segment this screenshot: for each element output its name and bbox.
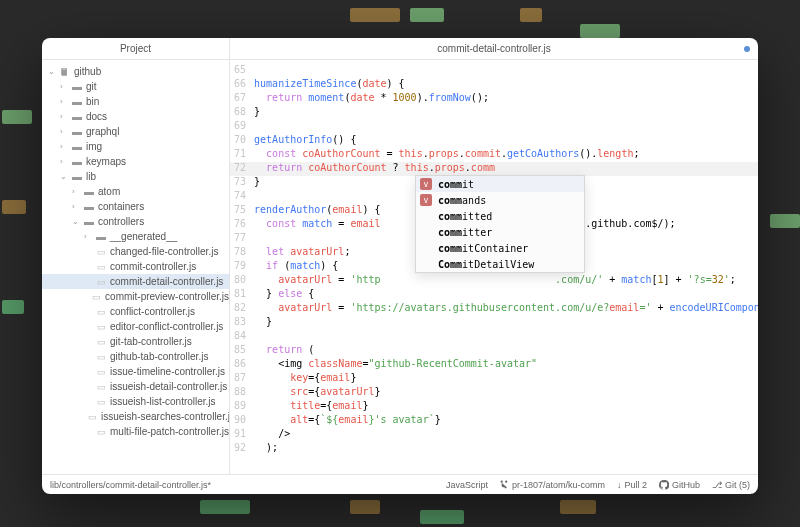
code-line[interactable]: avatarUrl = 'https://avatars.githubuserc… xyxy=(254,302,758,316)
status-github-label: GitHub xyxy=(672,480,700,490)
gutter-line-number: 77 xyxy=(234,232,246,246)
tree-folder-label: lib xyxy=(86,171,96,182)
tree-folder-generated[interactable]: › ▬ __generated__ xyxy=(42,229,229,244)
autocomplete-popup[interactable]: vcommitvcommandscommittedcommittercommit… xyxy=(415,175,585,273)
folder-icon: ▬ xyxy=(72,126,82,137)
folder-icon: ▬ xyxy=(72,141,82,152)
code-line[interactable]: const coAuthorCount = this.props.commit.… xyxy=(254,148,758,162)
tree-file[interactable]: ▭changed-file-controller.js xyxy=(42,244,229,259)
status-bar: lib/controllers/commit-detail-controller… xyxy=(42,474,758,494)
code-line[interactable]: } xyxy=(254,106,758,120)
autocomplete-label: commands xyxy=(438,195,486,206)
gutter: 6566676869707172737475767778798081828384… xyxy=(230,60,254,474)
autocomplete-badge-icon: v xyxy=(420,178,432,190)
tree-folder-label: graphql xyxy=(86,126,119,137)
status-pull-label: Pull 2 xyxy=(624,480,647,490)
file-icon: ▭ xyxy=(96,322,106,332)
autocomplete-item[interactable]: committer xyxy=(416,224,584,240)
gutter-line-number: 82 xyxy=(234,302,246,316)
tree-folder-controllers[interactable]: ⌄ ▬ controllers xyxy=(42,214,229,229)
gutter-line-number: 87 xyxy=(234,372,246,386)
autocomplete-item[interactable]: CommitDetailView xyxy=(416,256,584,272)
tree-folder-lib[interactable]: ⌄ ▬ lib xyxy=(42,169,229,184)
gutter-line-number: 79 xyxy=(234,260,246,274)
tree-file-label: issueish-searches-controller.js xyxy=(101,411,230,422)
tree-file[interactable]: ▭issueish-detail-controller.js xyxy=(42,379,229,394)
autocomplete-item[interactable]: committed xyxy=(416,208,584,224)
gutter-line-number: 86 xyxy=(234,358,246,372)
tree-file[interactable]: ▭multi-file-patch-controller.js xyxy=(42,424,229,439)
chevron-down-icon: ⌄ xyxy=(60,172,68,181)
tree-file-label: issue-timeline-controller.js xyxy=(110,366,225,377)
tree-file-label: editor-conflict-controller.js xyxy=(110,321,223,332)
status-branch-label: pr-1807/atom/ku-comm xyxy=(512,480,605,490)
tree-file[interactable]: ▭issue-timeline-controller.js xyxy=(42,364,229,379)
code-line[interactable]: key={email} xyxy=(254,372,758,386)
code-line[interactable]: } xyxy=(254,316,758,330)
code-line[interactable]: /> xyxy=(254,428,758,442)
tree-file-label: issueish-list-controller.js xyxy=(110,396,216,407)
tree-folder[interactable]: ›▬git xyxy=(42,79,229,94)
tree-root[interactable]: ⌄ github xyxy=(42,64,229,79)
code-line[interactable]: } else { xyxy=(254,288,758,302)
status-language[interactable]: JavaScript xyxy=(446,480,488,490)
editor-tab[interactable]: commit-detail-controller.js xyxy=(230,38,758,59)
tree-file[interactable]: ▭github-tab-controller.js xyxy=(42,349,229,364)
status-branch[interactable]: pr-1807/atom/ku-comm xyxy=(500,480,605,490)
tree-file-label: git-tab-controller.js xyxy=(110,336,192,347)
code-line[interactable]: return ( xyxy=(254,344,758,358)
tree-folder[interactable]: ›▬keymaps xyxy=(42,154,229,169)
chevron-right-icon: › xyxy=(60,82,68,91)
code-line[interactable]: getAuthorInfo() { xyxy=(254,134,758,148)
code-line[interactable]: ); xyxy=(254,442,758,456)
tree-file[interactable]: ▭conflict-controller.js xyxy=(42,304,229,319)
code-line[interactable]: return moment(date * 1000).fromNow(); xyxy=(254,92,758,106)
tree-folder[interactable]: ›▬atom xyxy=(42,184,229,199)
code-line[interactable]: alt={`${email}'s avatar`} xyxy=(254,414,758,428)
autocomplete-item[interactable]: commitContainer xyxy=(416,240,584,256)
tree-file[interactable]: ▭issueish-searches-controller.js xyxy=(42,409,229,424)
autocomplete-badge-icon xyxy=(420,242,432,254)
code-editor[interactable]: 6566676869707172737475767778798081828384… xyxy=(230,60,758,474)
code-line[interactable]: src={avatarUrl} xyxy=(254,386,758,400)
file-tree[interactable]: ⌄ github ›▬git›▬bin›▬docs›▬graphql›▬img›… xyxy=(42,60,230,474)
autocomplete-item[interactable]: vcommit xyxy=(416,176,584,192)
chevron-right-icon: › xyxy=(60,112,68,121)
code-line[interactable]: <img className="github-RecentCommit-avat… xyxy=(254,358,758,372)
tree-file[interactable]: ▭commit-detail-controller.js xyxy=(42,274,229,289)
chevron-right-icon: › xyxy=(72,187,80,196)
code-line[interactable] xyxy=(254,120,758,134)
status-git[interactable]: ⎇ Git (5) xyxy=(712,480,750,490)
tree-folder-label: controllers xyxy=(98,216,144,227)
chevron-down-icon: ⌄ xyxy=(72,217,80,226)
code-line[interactable]: return coAuthorCount ? this.props.comm xyxy=(254,162,758,176)
tree-file[interactable]: ▭editor-conflict-controller.js xyxy=(42,319,229,334)
tree-folder[interactable]: ›▬containers xyxy=(42,199,229,214)
tree-folder[interactable]: ›▬img xyxy=(42,139,229,154)
gutter-line-number: 75 xyxy=(234,204,246,218)
status-github[interactable]: GitHub xyxy=(659,480,700,490)
tree-folder[interactable]: ›▬docs xyxy=(42,109,229,124)
tree-file[interactable]: ▭commit-controller.js xyxy=(42,259,229,274)
tree-folder-label: git xyxy=(86,81,97,92)
modified-indicator-icon xyxy=(744,46,750,52)
code-line[interactable]: humanizeTimeSince(date) { xyxy=(254,78,758,92)
autocomplete-item[interactable]: vcommands xyxy=(416,192,584,208)
code-line[interactable]: avatarUrl = 'http .com/u/' + match[1] + … xyxy=(254,274,758,288)
tree-folder[interactable]: ›▬bin xyxy=(42,94,229,109)
code-line[interactable] xyxy=(254,330,758,344)
gutter-line-number: 71 xyxy=(234,148,246,162)
chevron-right-icon: › xyxy=(60,97,68,106)
code-line[interactable] xyxy=(254,64,758,78)
tree-file[interactable]: ▭commit-preview-controller.js xyxy=(42,289,229,304)
tree-folder[interactable]: ›▬graphql xyxy=(42,124,229,139)
gutter-line-number: 88 xyxy=(234,386,246,400)
tree-file[interactable]: ▭issueish-list-controller.js xyxy=(42,394,229,409)
code-line[interactable]: title={email} xyxy=(254,400,758,414)
tree-file[interactable]: ▭git-tab-controller.js xyxy=(42,334,229,349)
file-icon: ▭ xyxy=(96,382,106,392)
folder-icon: ▬ xyxy=(84,186,94,197)
chevron-right-icon: › xyxy=(84,232,92,241)
status-pull[interactable]: ↓ Pull 2 xyxy=(617,480,647,490)
editor-window: Project commit-detail-controller.js ⌄ gi… xyxy=(42,38,758,494)
